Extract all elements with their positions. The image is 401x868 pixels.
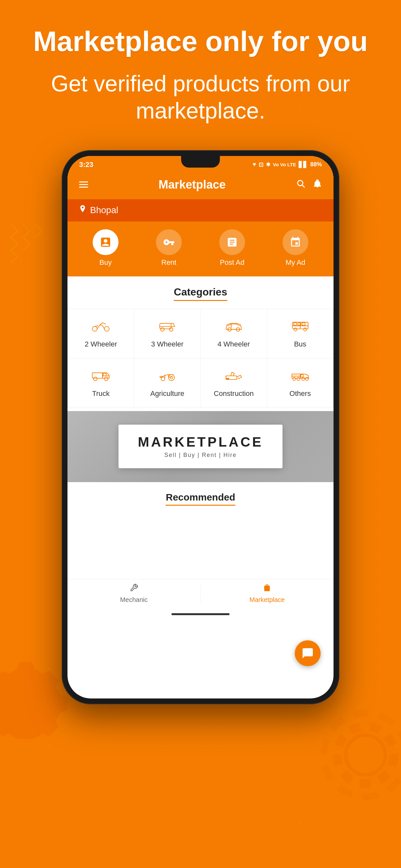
agriculture-icon [158, 368, 176, 385]
rent-icon-circle [156, 229, 182, 255]
svg-point-6 [104, 327, 110, 331]
location-pin-icon [79, 205, 86, 216]
recommended-section: Recommended [67, 482, 334, 579]
category-3wheeler[interactable]: 3 Wheeler [134, 309, 201, 359]
svg-point-0 [346, 735, 385, 775]
category-construction[interactable]: Construction [201, 359, 267, 408]
heart-icon: ♥ [253, 161, 256, 168]
svg-rect-20 [302, 322, 305, 325]
my-ad-icon-circle [282, 229, 308, 255]
categories-grid: 2 Wheeler [67, 309, 334, 408]
svg-point-37 [302, 377, 305, 380]
buy-icon-circle [93, 229, 119, 255]
search-icon[interactable] [296, 179, 305, 190]
svg-rect-33 [226, 378, 228, 379]
svg-rect-40 [301, 375, 303, 377]
nav-marketplace[interactable]: Marketplace [201, 579, 334, 608]
phone-mockup: 3:23 ♥ ⊡ ✱ Vo Vo LTE ▋▋ 88% [62, 150, 339, 704]
quick-actions-bar: Buy Rent [67, 221, 334, 276]
category-2wheeler[interactable]: 2 Wheeler [68, 309, 134, 359]
marketplace-banner[interactable]: MARKETPLACE Sell | Buy | Rent | Hire [67, 411, 334, 482]
phone-notch [181, 156, 220, 167]
app-title: Marketplace [158, 178, 226, 191]
svg-point-1 [337, 726, 394, 784]
svg-point-23 [94, 377, 97, 380]
nav-mechanic[interactable]: Mechanic [67, 579, 201, 608]
svg-point-35 [292, 377, 296, 380]
mechanic-nav-icon [130, 584, 138, 594]
svg-point-24 [104, 377, 108, 380]
agriculture-label: Agriculture [150, 390, 184, 398]
3wheeler-label: 3 Wheeler [151, 340, 183, 348]
svg-line-4 [302, 185, 304, 187]
phone-bottom-bar [67, 608, 334, 620]
category-truck[interactable]: Truck [68, 359, 134, 408]
header-actions [296, 179, 322, 190]
others-label: Others [289, 390, 311, 398]
rent-label: Rent [161, 258, 176, 267]
marketplace-nav-icon [263, 584, 271, 594]
svg-point-8 [161, 328, 164, 331]
category-4wheeler[interactable]: 4 Wheeler [201, 309, 267, 359]
bluetooth-icon: ✱ [266, 161, 270, 167]
svg-rect-25 [103, 373, 106, 376]
truck-label: Truck [92, 390, 110, 398]
others-icon [291, 368, 309, 385]
hero-subtitle: Get verified products from our marketpla… [13, 70, 388, 124]
svg-point-5 [92, 327, 97, 331]
category-agriculture[interactable]: Agriculture [134, 359, 201, 408]
2wheeler-icon [92, 319, 110, 336]
recommended-title: Recommended [166, 492, 235, 506]
location-bar[interactable]: Bhopal [67, 199, 334, 221]
action-post-ad[interactable]: Post Ad [219, 229, 245, 267]
image-icon: ⊡ [258, 161, 264, 168]
hero-title: Marketplace only for you [33, 26, 368, 57]
banner-card: MARKETPLACE Sell | Buy | Rent | Hire [119, 425, 282, 468]
svg-point-36 [297, 377, 300, 380]
chat-fab-button[interactable] [295, 640, 320, 666]
banner-title: MARKETPLACE [138, 434, 263, 450]
bus-icon [291, 319, 309, 336]
battery-icon: 88% [310, 161, 322, 168]
banner-subtitle: Sell | Buy | Rent | Hire [138, 452, 263, 459]
buy-label: Buy [99, 258, 112, 267]
location-city: Bhopal [90, 205, 118, 215]
action-my-ad[interactable]: My Ad [282, 229, 308, 267]
hamburger-menu[interactable] [79, 182, 88, 188]
my-ad-label: My Ad [285, 258, 305, 267]
svg-point-2 [324, 713, 401, 797]
categories-section: Categories [67, 276, 334, 411]
network-icons: Vo Vo LTE [273, 162, 296, 167]
4wheeler-label: 4 Wheeler [218, 340, 250, 348]
action-buy[interactable]: Buy [93, 229, 119, 267]
svg-point-15 [294, 328, 297, 331]
post-ad-label: Post Ad [220, 258, 244, 267]
marketplace-nav-label: Marketplace [250, 596, 285, 603]
svg-point-38 [305, 377, 308, 380]
action-rent[interactable]: Rent [156, 229, 182, 267]
notification-bell-icon[interactable] [313, 179, 322, 190]
bottom-navigation: Mechanic Marketplace [67, 579, 334, 608]
app-header: Marketplace [67, 172, 334, 199]
status-time: 3:23 [79, 160, 93, 169]
category-others[interactable]: Others [267, 359, 334, 408]
mechanic-nav-label: Mechanic [120, 596, 148, 603]
status-icons: ♥ ⊡ ✱ Vo Vo LTE ▋▋ 88% [253, 161, 322, 168]
post-ad-icon-circle [219, 229, 245, 255]
2wheeler-label: 2 Wheeler [85, 340, 117, 348]
category-bus[interactable]: Bus [267, 309, 334, 359]
construction-label: Construction [214, 390, 254, 398]
home-indicator [172, 613, 229, 615]
categories-title: Categories [174, 286, 227, 301]
bus-label: Bus [294, 340, 306, 348]
svg-rect-18 [294, 322, 297, 325]
construction-icon [225, 368, 243, 385]
4wheeler-icon [225, 319, 243, 336]
signal-icon: ▋▋ [299, 161, 308, 168]
3wheeler-icon [158, 319, 176, 336]
svg-point-27 [168, 375, 175, 381]
svg-point-16 [304, 328, 306, 331]
truck-icon [92, 368, 110, 385]
